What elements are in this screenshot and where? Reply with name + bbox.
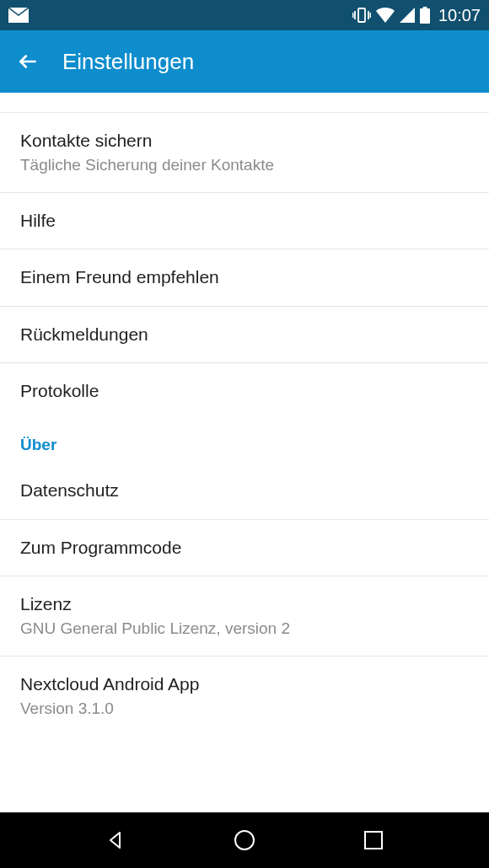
item-title: Kontakte sichern [20,129,469,153]
settings-item-help[interactable]: Hilfe [0,193,489,249]
nav-home-button[interactable] [232,828,257,853]
item-title: Rückmeldungen [20,323,469,346]
item-title: Protokolle [20,379,469,403]
page-title: Einstellungen [62,49,194,75]
status-time: 10:07 [438,6,481,25]
settings-item-app-version[interactable]: Nextcloud Android App Version 3.1.0 [0,656,489,736]
settings-item-feedback[interactable]: Rückmeldungen [0,307,489,363]
svg-rect-1 [420,8,430,24]
settings-content: Kontakte sichern Tägliche Sicherung dein… [0,93,489,812]
mail-icon [8,8,29,23]
navigation-bar [0,812,489,868]
settings-item-privacy[interactable]: Datenschutz [0,463,489,519]
nav-back-button[interactable] [103,828,128,853]
back-icon[interactable] [17,51,39,72]
signal-icon [400,8,415,23]
item-subtitle: Tägliche Sicherung deiner Kontakte [20,154,469,176]
item-title: Nextcloud Android App [20,672,469,696]
nav-recent-button[interactable] [361,828,386,853]
item-subtitle: GNU General Public Lizenz, version 2 [20,618,469,640]
status-bar: 10:07 [0,0,489,30]
svg-rect-0 [358,8,365,22]
section-header-about: Über [0,419,489,463]
item-title: Zum Programmcode [20,536,469,560]
svg-rect-2 [422,7,427,9]
wifi-icon [376,8,395,23]
settings-item-logs[interactable]: Protokolle [0,363,489,419]
settings-item-license[interactable]: Lizenz GNU General Public Lizenz, versio… [0,576,489,656]
item-title: Hilfe [20,209,469,233]
item-title: Datenschutz [20,479,469,502]
settings-item-source-code[interactable]: Zum Programmcode [0,520,489,576]
svg-rect-4 [365,832,382,849]
item-title: Einem Freund empfehlen [20,265,469,289]
svg-point-3 [235,831,254,849]
item-subtitle: Version 3.1.0 [20,698,469,720]
item-title: Lizenz [20,592,469,616]
battery-icon [420,7,430,24]
app-bar: Einstellungen [0,30,489,93]
settings-item-recommend[interactable]: Einem Freund empfehlen [0,249,489,306]
settings-item-backup-contacts[interactable]: Kontakte sichern Tägliche Sicherung dein… [0,113,489,193]
vibrate-icon [352,7,371,24]
